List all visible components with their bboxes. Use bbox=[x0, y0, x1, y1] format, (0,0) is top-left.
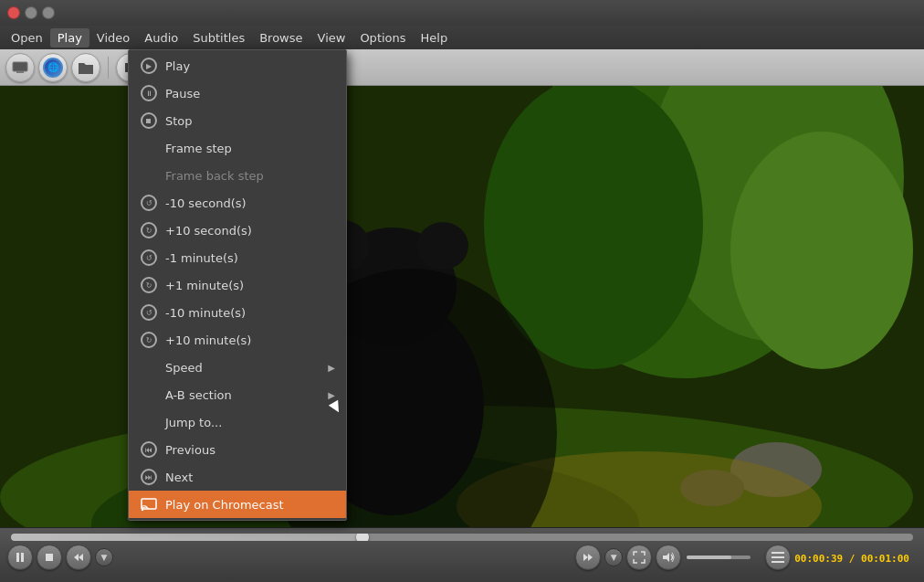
maximize-button[interactable] bbox=[42, 6, 55, 19]
fullscreen-button[interactable] bbox=[626, 545, 652, 570]
svg-rect-30 bbox=[16, 553, 19, 562]
menu-item-minus10m[interactable]: ↺ -10 minute(s) bbox=[129, 299, 346, 326]
forward-button[interactable] bbox=[575, 545, 601, 570]
menu-open[interactable]: Open bbox=[4, 28, 50, 48]
toolbar-separator-1 bbox=[108, 57, 109, 79]
minus1m-icon: ↺ bbox=[140, 249, 158, 267]
menu-browse[interactable]: Browse bbox=[252, 28, 310, 48]
stop-button[interactable] bbox=[37, 545, 62, 570]
plus10m-icon: ↻ bbox=[140, 331, 158, 349]
svg-point-25 bbox=[417, 222, 468, 270]
svg-rect-38 bbox=[772, 552, 784, 554]
menu-item-frame-back-step[interactable]: Frame back step bbox=[129, 162, 346, 189]
volume-slider[interactable] bbox=[687, 556, 751, 559]
progress-handle[interactable] bbox=[356, 534, 369, 541]
menubar: Open Play Video Audio Subtitles Browse V… bbox=[0, 26, 924, 49]
svg-marker-37 bbox=[663, 553, 669, 562]
menu-options[interactable]: Options bbox=[352, 28, 413, 48]
chromecast-icon bbox=[140, 495, 158, 513]
menu-item-previous[interactable]: ⏮ Previous bbox=[129, 436, 346, 463]
titlebar bbox=[0, 0, 924, 26]
svg-rect-1 bbox=[16, 71, 24, 73]
minus10s-icon: ↺ bbox=[140, 194, 158, 212]
speed-spacer bbox=[140, 358, 158, 376]
plus1m-icon: ↻ bbox=[140, 276, 158, 294]
svg-rect-31 bbox=[21, 553, 24, 562]
frame-step-spacer bbox=[140, 139, 158, 157]
rewind-dropdown[interactable]: ▼ bbox=[95, 548, 113, 566]
svg-rect-39 bbox=[772, 556, 784, 558]
forward-dropdown[interactable]: ▼ bbox=[604, 548, 623, 566]
folder-button[interactable] bbox=[71, 53, 100, 82]
close-button[interactable] bbox=[7, 6, 20, 19]
stop-icon: ⏹ bbox=[140, 111, 158, 130]
open-file-button[interactable] bbox=[5, 53, 35, 82]
menu-item-jump-to[interactable]: Jump to... bbox=[129, 408, 346, 436]
network-button[interactable]: 🌐 bbox=[38, 53, 68, 82]
svg-marker-33 bbox=[79, 554, 83, 561]
plus10s-icon: ↻ bbox=[140, 221, 158, 239]
play-dropdown-menu: ▶ Play ⏸ Pause ⏹ Stop Frame step Frame b… bbox=[128, 49, 347, 521]
menu-item-plus10m[interactable]: ↻ +10 minute(s) bbox=[129, 326, 346, 354]
progress-fill bbox=[11, 534, 362, 541]
menu-item-frame-step[interactable]: Frame step bbox=[129, 134, 346, 162]
next-icon: ⏭ bbox=[140, 468, 158, 486]
minus10m-icon: ↺ bbox=[140, 303, 158, 322]
bottom-bar: ▼ ▼ bbox=[0, 527, 924, 582]
menu-video[interactable]: Video bbox=[89, 28, 137, 48]
progress-bar[interactable] bbox=[11, 534, 913, 541]
window-controls[interactable] bbox=[7, 6, 55, 19]
svg-marker-34 bbox=[74, 554, 79, 561]
menu-audio[interactable]: Audio bbox=[137, 28, 185, 48]
volume-button[interactable] bbox=[656, 545, 681, 570]
pause-button[interactable] bbox=[7, 545, 33, 570]
svg-rect-40 bbox=[772, 561, 784, 563]
menu-item-pause[interactable]: ⏸ Pause bbox=[129, 79, 346, 107]
menu-item-play[interactable]: ▶ Play bbox=[129, 52, 346, 79]
menu-subtitles[interactable]: Subtitles bbox=[185, 28, 252, 48]
jump-spacer bbox=[140, 413, 158, 431]
svg-point-16 bbox=[730, 132, 913, 369]
controls-row: ▼ ▼ bbox=[0, 541, 924, 574]
menu-play[interactable]: Play bbox=[50, 28, 89, 48]
speed-arrow: ▶ bbox=[328, 363, 335, 373]
menu-item-ab-section[interactable]: A-B section ▶ bbox=[129, 381, 346, 408]
svg-rect-0 bbox=[13, 62, 27, 71]
menu-view[interactable]: View bbox=[310, 28, 353, 48]
minimize-button[interactable] bbox=[25, 6, 37, 19]
menu-item-minus1m[interactable]: ↺ -1 minute(s) bbox=[129, 244, 346, 271]
menu-help[interactable]: Help bbox=[414, 28, 456, 48]
menu-item-next[interactable]: ⏭ Next bbox=[129, 463, 346, 491]
svg-marker-36 bbox=[588, 554, 593, 561]
play-icon: ▶ bbox=[140, 57, 158, 75]
menu-item-plus10s[interactable]: ↻ +10 second(s) bbox=[129, 217, 346, 244]
menu-item-minus10s[interactable]: ↺ -10 second(s) bbox=[129, 189, 346, 217]
svg-rect-32 bbox=[46, 554, 53, 561]
ab-spacer bbox=[140, 386, 158, 404]
pause-icon: ⏸ bbox=[140, 84, 158, 102]
menu-item-plus1m[interactable]: ↻ +1 minute(s) bbox=[129, 271, 346, 299]
frame-back-step-spacer bbox=[140, 166, 158, 185]
ab-arrow: ▶ bbox=[328, 390, 335, 400]
time-display: 00:00:39 / 00:01:00 bbox=[794, 553, 909, 565]
previous-icon: ⏮ bbox=[140, 440, 158, 459]
menu-item-speed[interactable]: Speed ▶ bbox=[129, 354, 346, 381]
menu-item-stop[interactable]: ⏹ Stop bbox=[129, 107, 346, 134]
rewind-button[interactable] bbox=[66, 545, 91, 570]
svg-marker-35 bbox=[583, 554, 588, 561]
menu-item-chromecast[interactable]: Play on Chromecast bbox=[129, 491, 346, 518]
globe-icon: 🌐 bbox=[43, 58, 63, 78]
menu-button[interactable] bbox=[765, 545, 791, 570]
volume-fill bbox=[687, 556, 731, 559]
